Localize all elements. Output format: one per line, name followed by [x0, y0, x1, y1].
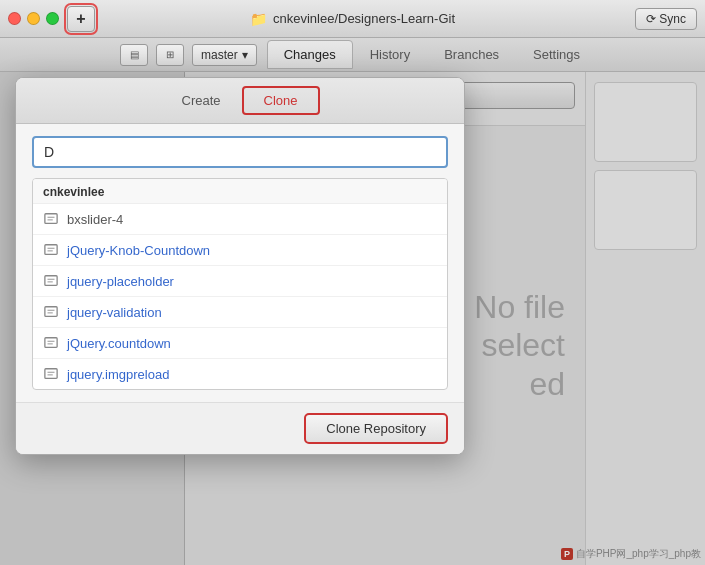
repo-name: jquery-validation [67, 305, 162, 320]
folder-icon: 📁 [250, 11, 267, 27]
svg-rect-3 [45, 245, 57, 255]
tab-branches[interactable]: Branches [427, 40, 516, 69]
repo-icon [43, 335, 59, 351]
repo-list: cnkevinlee bxslider-4 [32, 178, 448, 390]
svg-rect-0 [45, 214, 57, 224]
main-content: Commit No fileselected Create Clone cnke… [0, 72, 705, 565]
title-text: cnkevinlee/Designers-Learn-Git [273, 11, 455, 26]
diff-toggle[interactable]: ⊞ [156, 44, 184, 66]
modal-footer: Clone Repository [16, 402, 464, 454]
close-button[interactable] [8, 12, 21, 25]
modal-tabs: Create Clone [16, 78, 464, 124]
tab-settings[interactable]: Settings [516, 40, 597, 69]
modal-tab-clone[interactable]: Clone [242, 86, 320, 115]
main-tabs: Changes History Branches Settings [267, 40, 597, 69]
repo-name: jQuery-Knob-Countdown [67, 243, 210, 258]
repo-owner-label: cnkevinlee [33, 179, 447, 204]
branch-label: master [201, 48, 238, 62]
minimize-button[interactable] [27, 12, 40, 25]
svg-rect-6 [45, 276, 57, 286]
svg-rect-9 [45, 307, 57, 317]
tab-bar: ▤ ⊞ master ▾ Changes History Branches Se… [0, 38, 705, 72]
list-item[interactable]: jQuery-Knob-Countdown [33, 235, 447, 266]
modal-tab-create[interactable]: Create [161, 87, 242, 114]
repo-name: jquery-placeholder [67, 274, 174, 289]
toolbar-spacers: ▤ ⊞ master ▾ [120, 44, 257, 66]
sidebar-toggle[interactable]: ▤ [120, 44, 148, 66]
repo-icon [43, 366, 59, 382]
svg-rect-12 [45, 338, 57, 348]
list-item[interactable]: jquery-placeholder [33, 266, 447, 297]
clone-repository-button[interactable]: Clone Repository [304, 413, 448, 444]
toolbar-left: + [67, 6, 95, 32]
list-item[interactable]: jquery-validation [33, 297, 447, 328]
toolbar-right: ⟳ Sync [635, 8, 697, 30]
branch-arrow-icon: ▾ [242, 48, 248, 62]
svg-rect-15 [45, 369, 57, 379]
window-title: 📁 cnkevinlee/Designers-Learn-Git [250, 11, 455, 27]
repo-search-input[interactable] [32, 136, 448, 168]
maximize-button[interactable] [46, 12, 59, 25]
clone-modal: Create Clone cnkevinlee [15, 77, 465, 455]
repo-icon [43, 242, 59, 258]
sync-button[interactable]: ⟳ Sync [635, 8, 697, 30]
repo-name: jquery.imgpreload [67, 367, 169, 382]
repo-name: jQuery.countdown [67, 336, 171, 351]
modal-body: cnkevinlee bxslider-4 [16, 124, 464, 402]
title-bar: + 📁 cnkevinlee/Designers-Learn-Git ⟳ Syn… [0, 0, 705, 38]
tab-changes[interactable]: Changes [267, 40, 353, 69]
tab-history[interactable]: History [353, 40, 427, 69]
window-controls [8, 12, 59, 25]
add-repository-button[interactable]: + [67, 6, 95, 32]
repo-icon [43, 304, 59, 320]
list-item[interactable]: jquery.imgpreload [33, 359, 447, 389]
repo-icon [43, 273, 59, 289]
repo-name: bxslider-4 [67, 212, 123, 227]
list-item[interactable]: jQuery.countdown [33, 328, 447, 359]
branch-selector[interactable]: master ▾ [192, 44, 257, 66]
modal-overlay: Create Clone cnkevinlee [0, 72, 705, 565]
list-item[interactable]: bxslider-4 [33, 204, 447, 235]
repo-icon [43, 211, 59, 227]
